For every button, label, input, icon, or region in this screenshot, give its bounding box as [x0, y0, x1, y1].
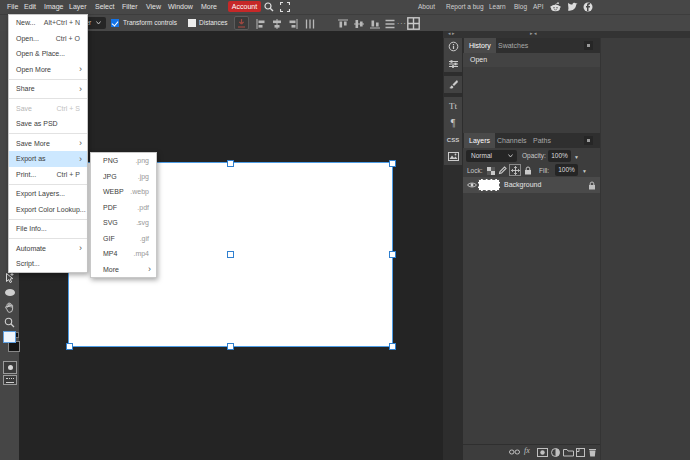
- transform-handle-mr[interactable]: [389, 251, 396, 258]
- distribute-v-icon[interactable]: [385, 19, 395, 29]
- transform-handle-br[interactable]: [389, 343, 396, 350]
- tab-layers[interactable]: Layers: [464, 133, 495, 148]
- align-middle-icon[interactable]: [354, 19, 364, 29]
- menu-item-new[interactable]: New...Alt+Ctrl + N: [9, 15, 87, 31]
- menu-item-export-color-lookup[interactable]: Export Color Lookup...: [9, 202, 87, 218]
- transform-handle-tr[interactable]: [389, 160, 396, 167]
- fullscreen-icon[interactable]: [280, 2, 290, 12]
- paragraph-icon[interactable]: ¶: [444, 114, 462, 131]
- menu-item-script[interactable]: Script...: [9, 256, 87, 272]
- adjustments-icon[interactable]: [444, 55, 462, 72]
- lock-transparency-icon[interactable]: [487, 167, 495, 175]
- new-layer-icon[interactable]: [576, 448, 585, 457]
- lock-pixels-icon[interactable]: [498, 166, 507, 175]
- menu-item-export-layers[interactable]: Export Layers...: [9, 186, 87, 202]
- tab-paths[interactable]: Paths: [528, 133, 556, 148]
- transform-handle-bl[interactable]: [66, 343, 73, 350]
- lock-all-icon[interactable]: [524, 166, 532, 175]
- submenu-item-jpg[interactable]: JPG.jpg: [91, 169, 156, 185]
- menu-item-print[interactable]: Print...Ctrl + P: [9, 167, 87, 183]
- search-icon[interactable]: [264, 2, 274, 12]
- foreground-color-swatch[interactable]: [3, 331, 16, 343]
- link-blog[interactable]: Blog: [514, 0, 527, 14]
- submenu-item-webp[interactable]: WEBP.webp: [91, 184, 156, 200]
- tab-channels[interactable]: Channels: [492, 133, 532, 148]
- transform-controls-checkbox[interactable]: [111, 19, 119, 27]
- transform-handle-bc[interactable]: [227, 343, 234, 350]
- menu-item-save-as-psd[interactable]: Save as PSD: [9, 116, 87, 132]
- menu-item-file-info[interactable]: File Info...: [9, 221, 87, 237]
- layer-mask-icon[interactable]: [537, 448, 548, 457]
- submenu-item-gif[interactable]: GIF.gif: [91, 231, 156, 247]
- zoom-tool[interactable]: [0, 315, 19, 330]
- menu-filter[interactable]: Filter: [122, 0, 138, 14]
- layers-panel-menu-button[interactable]: [584, 136, 593, 145]
- character-icon[interactable]: Tt: [444, 97, 462, 114]
- facebook-icon[interactable]: [583, 2, 593, 12]
- more-options-dots[interactable]: ...: [397, 15, 407, 31]
- fill-value[interactable]: 100%: [555, 164, 578, 176]
- align-top-icon[interactable]: [338, 19, 348, 29]
- distribute-h-icon[interactable]: [305, 19, 315, 29]
- lock-position-icon[interactable]: [509, 164, 521, 176]
- menu-edit[interactable]: Edit: [24, 0, 36, 14]
- align-right-icon[interactable]: [288, 19, 298, 29]
- menu-item-save-more[interactable]: Save More: [9, 136, 87, 152]
- history-entry-open[interactable]: Open: [463, 53, 600, 67]
- align-bottom-icon[interactable]: [370, 19, 380, 29]
- hand-tool[interactable]: [0, 300, 19, 315]
- transform-handle-center[interactable]: [227, 251, 234, 258]
- menu-item-automate[interactable]: Automate: [9, 241, 87, 257]
- grid-icon[interactable]: [407, 17, 420, 30]
- transform-handle-tc[interactable]: [227, 160, 234, 167]
- account-button[interactable]: Account: [228, 1, 261, 12]
- reddit-icon[interactable]: [550, 2, 561, 12]
- history-panel-menu-button[interactable]: [584, 41, 593, 50]
- delete-layer-icon[interactable]: [588, 448, 597, 457]
- info-icon[interactable]: [444, 38, 462, 55]
- image-panel-icon[interactable]: [444, 148, 462, 165]
- twitter-icon[interactable]: [567, 2, 578, 12]
- layer-effects-icon[interactable]: fx: [524, 446, 530, 455]
- menu-layer[interactable]: Layer: [69, 0, 87, 14]
- menu-item-open-place[interactable]: Open & Place...: [9, 46, 87, 62]
- submenu-item-png[interactable]: PNG.png: [91, 153, 156, 169]
- menu-item-save[interactable]: SaveCtrl + S: [9, 101, 87, 117]
- link-api[interactable]: API: [533, 0, 543, 14]
- menu-item-open[interactable]: Open...Ctrl + O: [9, 31, 87, 47]
- css-icon[interactable]: CSS: [444, 131, 462, 148]
- link-learn[interactable]: Learn: [489, 0, 506, 14]
- submenu-item-svg[interactable]: SVG.svg: [91, 215, 156, 231]
- menu-select[interactable]: Select: [95, 0, 114, 14]
- new-folder-icon[interactable]: [563, 448, 574, 457]
- tab-swatches[interactable]: Swatches: [493, 38, 533, 53]
- adjustment-layer-icon[interactable]: [551, 448, 560, 457]
- opacity-dropdown-icon[interactable]: ▼: [574, 151, 579, 163]
- submenu-item-more[interactable]: More›: [91, 262, 156, 278]
- menu-file[interactable]: File: [7, 0, 18, 14]
- align-left-icon[interactable]: [256, 19, 266, 29]
- distances-checkbox[interactable]: [188, 19, 196, 27]
- menu-item-share[interactable]: Share: [9, 81, 87, 97]
- link-about[interactable]: About: [418, 0, 435, 14]
- layer-visibility-eye-icon[interactable]: [467, 181, 477, 189]
- submenu-item-pdf[interactable]: PDF.pdf: [91, 200, 156, 216]
- link-report-a-bug[interactable]: Report a bug: [446, 0, 484, 14]
- menu-window[interactable]: Window: [168, 0, 193, 14]
- blend-mode-select[interactable]: Normal: [466, 150, 517, 162]
- opacity-value[interactable]: 100%: [548, 150, 571, 162]
- menu-item-open-more[interactable]: Open More: [9, 62, 87, 78]
- align-center-h-icon[interactable]: [272, 19, 282, 29]
- link-layers-icon[interactable]: [509, 448, 520, 456]
- tab-history[interactable]: History: [464, 38, 496, 53]
- fill-dropdown-icon[interactable]: ▼: [582, 165, 587, 177]
- ellipse-tool[interactable]: [0, 285, 19, 300]
- submenu-item-mp4[interactable]: MP4.mp4: [91, 246, 156, 262]
- menu-item-export-as[interactable]: Export as: [9, 151, 87, 167]
- menu-more[interactable]: More: [201, 0, 217, 14]
- quickmask-icon[interactable]: [3, 361, 17, 374]
- layer-thumbnail[interactable]: [478, 179, 500, 191]
- menu-view[interactable]: View: [146, 0, 161, 14]
- history-brush-icon[interactable]: [444, 76, 462, 93]
- menu-image[interactable]: Image: [44, 0, 63, 14]
